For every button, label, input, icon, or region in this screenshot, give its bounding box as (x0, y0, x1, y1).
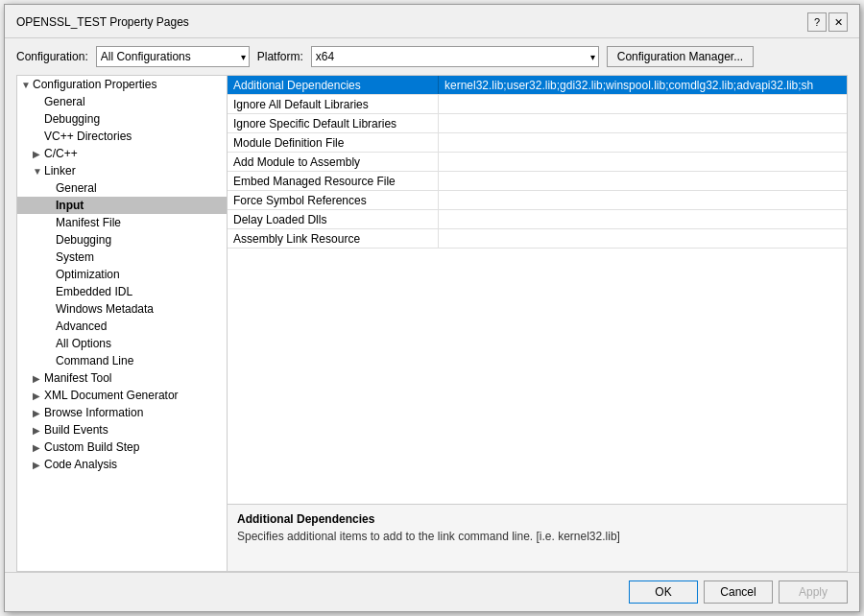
tree-item-linker-winmeta[interactable]: Windows Metadata (17, 300, 227, 318)
prop-name-ignore-specific: Ignore Specific Default Libraries (228, 114, 439, 132)
title-bar: OPENSSL_TEST Property Pages ? ✕ (5, 5, 859, 38)
prop-row-module-def[interactable]: Module Definition File (228, 133, 847, 153)
tree-item-debugging[interactable]: Debugging (17, 110, 227, 128)
tree-label-vc-dirs: VC++ Directories (44, 130, 132, 143)
tree-item-linker-advanced[interactable]: Advanced (17, 318, 227, 335)
platform-label: Platform: (257, 50, 303, 63)
prop-value-ignore-specific (439, 114, 847, 132)
platform-select[interactable]: x64 (311, 46, 599, 67)
tree-item-build-events[interactable]: ▶Build Events (17, 421, 227, 438)
tree-item-general[interactable]: General (17, 93, 227, 110)
config-bar: Configuration: All Configurations Platfo… (5, 38, 859, 75)
tree-label-custom-build: Custom Build Step (44, 440, 139, 454)
prop-row-delay-loaded[interactable]: Delay Loaded Dlls (228, 210, 847, 229)
description-panel: Additional Dependencies Specifies additi… (228, 504, 847, 571)
tree-item-linker-system[interactable]: System (17, 249, 227, 266)
tree-label-linker-manifest: Manifest File (56, 216, 121, 229)
config-select[interactable]: All Configurations (96, 46, 250, 67)
tree-expand-build-events: ▶ (33, 425, 44, 436)
description-text: Specifies additional items to add to the… (237, 530, 837, 543)
ok-button[interactable]: OK (629, 580, 698, 604)
prop-row-ignore-specific[interactable]: Ignore Specific Default Libraries (228, 114, 847, 133)
tree-item-custom-build[interactable]: ▶Custom Build Step (17, 438, 227, 456)
tree-label-xml-doc-gen: XML Document Generator (44, 389, 179, 402)
help-button[interactable]: ? (807, 12, 827, 32)
tree-label-cpp: C/C++ (44, 147, 78, 160)
tree-label-linker-allopts: All Options (56, 337, 111, 350)
description-title: Additional Dependencies (237, 512, 837, 526)
prop-value-add-module (439, 153, 847, 171)
title-buttons: ? ✕ (807, 12, 848, 32)
prop-value-ignore-all-default (439, 95, 847, 113)
prop-name-embed-managed: Embed Managed Resource File (228, 172, 439, 190)
tree-item-linker-embedded[interactable]: Embedded IDL (17, 283, 227, 300)
prop-name-force-symbol: Force Symbol References (228, 191, 439, 209)
main-content: ▼Configuration PropertiesGeneralDebuggin… (5, 75, 859, 572)
tree-item-linker-allopts[interactable]: All Options (17, 335, 227, 352)
properties-table: Additional Dependencieskernel32.lib;user… (228, 76, 847, 504)
tree-label-linker-general: General (56, 181, 97, 195)
tree-label-linker-winmeta: Windows Metadata (56, 302, 154, 316)
tree-expand-manifest-tool: ▶ (33, 373, 44, 384)
prop-name-delay-loaded: Delay Loaded Dlls (228, 210, 439, 228)
tree-label-debugging: Debugging (44, 112, 100, 126)
prop-name-add-module: Add Module to Assembly (228, 153, 439, 171)
prop-name-ignore-all-default: Ignore All Default Libraries (228, 95, 439, 113)
prop-name-additional-deps: Additional Dependencies (228, 76, 439, 94)
tree-label-linker-advanced: Advanced (56, 320, 107, 333)
close-button[interactable]: ✕ (828, 12, 848, 32)
dialog-title: OPENSSL_TEST Property Pages (16, 15, 189, 29)
tree-item-vc-dirs[interactable]: VC++ Directories (17, 128, 227, 145)
tree-label-code-analysis: Code Analysis (44, 458, 117, 471)
tree-item-code-analysis[interactable]: ▶Code Analysis (17, 456, 227, 473)
tree-item-browse-info[interactable]: ▶Browse Information (17, 404, 227, 421)
prop-name-module-def: Module Definition File (228, 133, 439, 152)
platform-select-wrapper: x64 (311, 46, 599, 67)
tree-item-linker-input[interactable]: Input (17, 197, 227, 214)
tree-label-linker-debug: Debugging (56, 233, 111, 247)
tree-label-linker-input: Input (56, 199, 84, 212)
tree-item-linker-general[interactable]: General (17, 179, 227, 197)
tree-label-linker-cmdline: Command Line (56, 354, 133, 367)
tree-item-linker-optim[interactable]: Optimization (17, 266, 227, 283)
prop-row-embed-managed[interactable]: Embed Managed Resource File (228, 172, 847, 191)
tree-expand-cpp: ▶ (33, 149, 44, 159)
config-manager-button[interactable]: Configuration Manager... (607, 46, 754, 67)
tree-label-manifest-tool: Manifest Tool (44, 371, 111, 385)
tree-label-browse-info: Browse Information (44, 406, 143, 419)
tree-label-general: General (44, 95, 85, 108)
prop-value-module-def (439, 133, 847, 152)
apply-button[interactable]: Apply (779, 580, 848, 604)
prop-row-force-symbol[interactable]: Force Symbol References (228, 191, 847, 210)
tree-item-manifest-tool[interactable]: ▶Manifest Tool (17, 369, 227, 387)
tree-expand-linker: ▼ (33, 166, 44, 177)
left-panel: ▼Configuration PropertiesGeneralDebuggin… (16, 75, 228, 572)
prop-value-assembly-link (439, 229, 847, 248)
tree-label-config-props: Configuration Properties (33, 78, 156, 91)
tree-expand-custom-build: ▶ (33, 442, 44, 453)
prop-value-additional-deps: kernel32.lib;user32.lib;gdi32.lib;winspo… (439, 76, 847, 94)
tree-label-linker-optim: Optimization (56, 268, 120, 281)
tree-expand-code-analysis: ▶ (33, 460, 44, 470)
tree-item-linker-cmdline[interactable]: Command Line (17, 352, 227, 369)
prop-value-embed-managed (439, 172, 847, 190)
prop-name-assembly-link: Assembly Link Resource (228, 229, 439, 248)
tree-item-config-props[interactable]: ▼Configuration Properties (17, 76, 227, 93)
tree-item-cpp[interactable]: ▶C/C++ (17, 145, 227, 162)
tree-expand-browse-info: ▶ (33, 408, 44, 418)
tree-expand-config-props: ▼ (21, 80, 33, 90)
prop-row-additional-deps[interactable]: Additional Dependencieskernel32.lib;user… (228, 76, 847, 95)
prop-row-ignore-all-default[interactable]: Ignore All Default Libraries (228, 95, 847, 114)
tree-expand-xml-doc-gen: ▶ (33, 391, 44, 401)
prop-row-add-module[interactable]: Add Module to Assembly (228, 153, 847, 172)
tree-item-linker[interactable]: ▼Linker (17, 162, 227, 179)
tree-label-linker-system: System (56, 250, 94, 264)
tree-item-linker-debug[interactable]: Debugging (17, 231, 227, 249)
bottom-bar: OK Cancel Apply (5, 572, 859, 611)
tree-item-linker-manifest[interactable]: Manifest File (17, 214, 227, 231)
cancel-button[interactable]: Cancel (704, 580, 773, 604)
tree-item-xml-doc-gen[interactable]: ▶XML Document Generator (17, 387, 227, 404)
prop-value-delay-loaded (439, 210, 847, 228)
prop-row-assembly-link[interactable]: Assembly Link Resource (228, 229, 847, 249)
config-label: Configuration: (16, 50, 88, 63)
